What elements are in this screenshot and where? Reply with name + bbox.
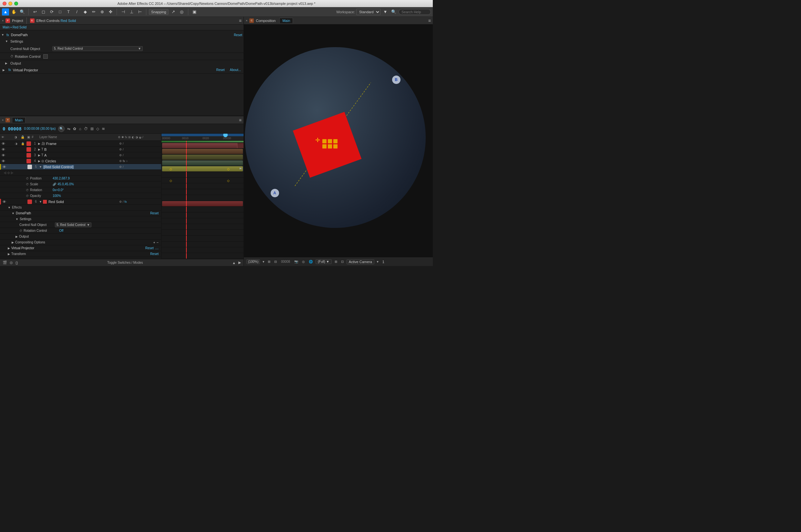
rotate-tool-btn[interactable]: ⟳ (48, 8, 55, 16)
layer-row-1[interactable]: 👁 ◑ 🔒 1 ▶ 🎥 Frame ⚙ / (0, 141, 161, 147)
l6-output-expand-icon[interactable]: ▶ (16, 235, 18, 238)
l6-comp-expand-icon[interactable]: ▶ (12, 241, 14, 244)
output-expand-icon[interactable]: ▶ (5, 62, 9, 65)
settings-expand-icon[interactable]: ▼ (5, 40, 9, 43)
layer-1-lock[interactable]: 🔒 (19, 142, 26, 145)
tl-btn-grid[interactable]: ⊞ (90, 127, 94, 131)
minimize-button[interactable] (8, 2, 12, 5)
rotation-control-box[interactable] (43, 54, 48, 59)
dropdown-arrow[interactable]: ▼ (138, 47, 141, 50)
quality-select[interactable]: (Full) ▼ (316, 259, 332, 264)
tl-btn-clock[interactable]: ⏱ (84, 127, 88, 131)
layer-4-expand-icon[interactable]: ▶ (38, 159, 40, 163)
close-button[interactable] (3, 2, 6, 5)
search-icon[interactable]: 🔍 (390, 8, 397, 16)
layer-3-vis-icon[interactable]: 👁 (0, 153, 6, 157)
timeline-menu-btn[interactable]: ≡ (239, 117, 242, 123)
comp-main-tab[interactable]: Main (279, 18, 293, 23)
maximize-button[interactable] (14, 2, 18, 5)
timeline-search-btn[interactable]: 🔍 (58, 126, 64, 132)
control-null-value[interactable]: 5. Red Solid Control ▼ (52, 46, 143, 51)
layer-5-expand-icon[interactable]: ▼ (39, 165, 42, 169)
undo-btn[interactable]: ↩ (31, 8, 38, 16)
l6-dp-reset-btn[interactable]: Reset (150, 211, 159, 215)
output-row[interactable]: ▶ Output (0, 60, 244, 66)
search-input[interactable] (398, 9, 431, 15)
l6-vp-reset-btn[interactable]: Reset (145, 246, 154, 250)
comp-menu-btn[interactable]: ≡ (428, 18, 431, 23)
timeline-close-btn[interactable]: × (2, 118, 3, 122)
align-btn-3[interactable]: ⊢ (136, 8, 144, 16)
l6-comp-plus-btn[interactable]: + (153, 241, 155, 244)
tl-btn-flower[interactable]: ✿ (73, 127, 76, 131)
shape-tool-btn[interactable]: □ (57, 8, 63, 16)
l6-vp-expand-icon[interactable]: ▶ (8, 247, 10, 250)
snap-icon-1[interactable]: ↗ (170, 8, 177, 16)
tl-bottom-btn-right[interactable]: ▶ (238, 261, 241, 265)
comp-btn-camera[interactable]: 📷 (293, 260, 299, 264)
preview-btn[interactable]: ▣ (191, 8, 198, 16)
vp-about-btn[interactable]: About... (230, 68, 241, 72)
align-btn-2[interactable]: ⊥ (128, 8, 135, 16)
zoom-tool-btn[interactable]: 🔍 (19, 8, 26, 16)
panel-menu-btn[interactable]: ≡ (239, 18, 242, 23)
panel-close-btn[interactable]: × (2, 19, 3, 22)
layer-1-solo[interactable]: ◑ (13, 142, 19, 145)
select-tool-btn[interactable]: ▲ (2, 8, 9, 16)
tl-btn-motion[interactable]: ≋ (102, 127, 105, 131)
domepath-fx-row[interactable]: ▼ fx DomePath Reset (0, 32, 244, 38)
pen-tool-btn[interactable]: / (73, 8, 80, 16)
align-btn-1[interactable]: ⊣ (119, 8, 127, 16)
anchor-tool-btn[interactable]: ◆ (82, 8, 89, 16)
layer-row-3[interactable]: 👁 3 ▶ T A ⚙ / (0, 152, 161, 158)
tl-btn-home[interactable]: ⌂ (79, 127, 81, 131)
layer-3-expand-icon[interactable]: ▶ (38, 154, 40, 157)
l6-transform-reset-btn[interactable]: Reset (150, 252, 159, 256)
kf-diamond-btn[interactable]: ◇ (7, 171, 10, 174)
camera-tool-btn[interactable]: ◻ (40, 8, 47, 16)
comp-close-btn[interactable]: × (246, 19, 247, 22)
domepath-expand-icon[interactable]: ▼ (1, 33, 5, 37)
active-camera-display[interactable]: Active Camera (347, 259, 374, 264)
layer-5-vis-icon[interactable]: 👁 (1, 165, 7, 169)
comp-btn-toggle-2[interactable]: ⊡ (340, 260, 344, 264)
kf-fwd-btn[interactable]: ▷ (11, 171, 13, 174)
layer-row-4[interactable]: 👁 4 ▶ ◎ Circles ⚙ fx (0, 158, 161, 164)
l6-comp-minus-btn[interactable]: − (157, 241, 159, 244)
workspace-menu-btn[interactable]: ▼ (382, 8, 389, 16)
layer-6-vis-icon[interactable]: 👁 (1, 200, 7, 204)
layer-2-expand-icon[interactable]: ▶ (38, 148, 40, 151)
active-camera-arrow[interactable]: ▼ (376, 260, 379, 263)
l6-vp-dots[interactable]: .... (155, 246, 159, 250)
layer-1-expand-icon[interactable]: ▶ (38, 142, 40, 145)
comp-zoom-display[interactable]: (100%) (246, 259, 260, 264)
timeline-scrubber-bar[interactable] (162, 134, 244, 136)
layer-row-6[interactable]: 👁 6 ▼ Red Solid ⚙ / (0, 199, 161, 205)
comp-btn-toggle-1[interactable]: ⊞ (334, 260, 338, 264)
layer-2-vis-icon[interactable]: 👁 (0, 148, 6, 151)
comp-btn-globe[interactable]: 🌐 (308, 260, 314, 264)
comp-canvas[interactable]: ✛ B A (244, 24, 433, 257)
layer-1-vis-icon[interactable]: 👁 (0, 142, 6, 146)
comp-zoom-arrow[interactable]: ▼ (262, 260, 265, 263)
snap-icon-2[interactable]: ◎ (178, 8, 185, 16)
l6-settings-expand-icon[interactable]: ▼ (16, 217, 18, 221)
l6-dp-expand-icon[interactable]: ▼ (12, 212, 15, 215)
layer-6-expand-icon[interactable]: ▼ (39, 200, 42, 203)
tl-bottom-btn-up[interactable]: ▲ (232, 261, 236, 265)
layer-4-vis-icon[interactable]: 👁 (0, 159, 6, 163)
layer-row-2[interactable]: 👁 2 ▶ T B ⚙ / (0, 147, 161, 152)
roto-tool-btn[interactable]: ✤ (107, 8, 114, 16)
workspace-select[interactable]: Standard (356, 9, 380, 15)
snapping-button[interactable]: Snapping (149, 9, 169, 15)
vp-reset-btn[interactable]: Reset (216, 68, 224, 72)
timeline-ruler[interactable]: 00000 0010 0020 00030 (162, 134, 244, 141)
tl-btn-keyframe[interactable]: ◇ (96, 127, 99, 131)
window-controls[interactable] (3, 2, 18, 5)
comp-btn-render[interactable]: ◎ (301, 260, 306, 264)
tl-bottom-btn-1[interactable]: 🎬 (3, 261, 7, 265)
l6-ctrl-null-value[interactable]: 5. Red Solid Control ▼ (55, 223, 91, 227)
main-tab[interactable]: Main (12, 117, 25, 123)
hand-tool-btn[interactable]: ✋ (10, 8, 17, 16)
comp-btn-mask[interactable]: ⊟ (273, 260, 278, 264)
